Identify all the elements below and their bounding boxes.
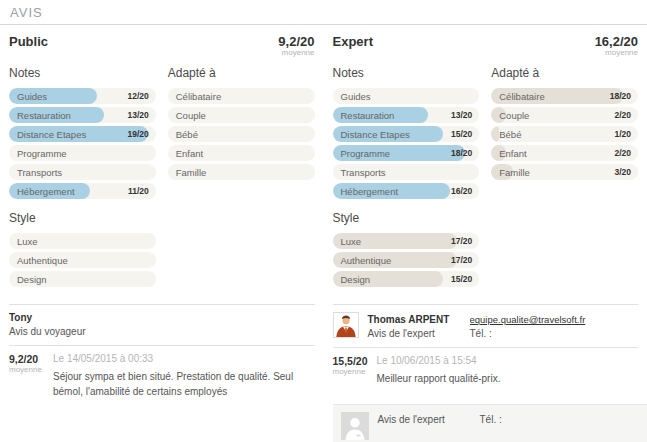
reviews-expert: Thomas ARPENTequipe.qualite@travelsoft.f…	[333, 304, 639, 442]
rating-bar-authentique: Authentique	[9, 252, 156, 268]
rating-bar-bebe: Bébé	[168, 126, 315, 142]
rating-bar-guides: Guides12/20	[9, 88, 156, 104]
rating-value: 17/20	[451, 255, 472, 265]
rating-sections-expert: NotesGuidesRestauration13/20Distance Eta…	[333, 59, 639, 292]
reviewer-email-link[interactable]: equipe.qualite@travelsoft.fr	[470, 314, 639, 325]
rating-sections-public: NotesGuides12/20Restauration13/20Distanc…	[9, 59, 315, 292]
column-expert: Expert 16,2/20 moyenne NotesGuidesRestau…	[333, 25, 639, 442]
rating-label: Programme	[17, 148, 67, 159]
section-title: Notes	[333, 66, 480, 80]
section-style: StyleLuxeAuthentiqueDesign	[9, 204, 156, 290]
rating-label: Hébergement	[341, 186, 399, 197]
rating-bar-couple: Couple2/20	[491, 107, 638, 123]
phone-label: Tél. :	[470, 328, 639, 339]
review-average-caption: moyenne	[333, 367, 377, 376]
rating-label: Design	[17, 274, 47, 285]
rating-label: Bébé	[176, 129, 198, 140]
review-info: Avis de l'expertTél. :	[378, 412, 639, 425]
rating-bar-programme: Programme	[9, 145, 156, 161]
review-average-score: 15,5/20	[333, 355, 377, 367]
section-notes: NotesGuides12/20Restauration13/20Distanc…	[9, 59, 156, 202]
rating-label: Enfant	[176, 148, 203, 159]
column-title: Public	[9, 34, 48, 49]
review-content: Le 14/05/2015 à 00:33Séjour sympa et bie…	[53, 353, 315, 399]
rating-bar-programme: Programme18/20	[333, 145, 480, 161]
review-body: 9,2/20moyenneLe 14/05/2015 à 00:33Séjour…	[9, 345, 315, 408]
rating-bar-bebe: Bébé1/20	[491, 126, 638, 142]
review: Thomas ARPENTequipe.qualite@travelsoft.f…	[333, 304, 639, 395]
rating-bar-celibataire: Célibataire	[168, 88, 315, 104]
rating-bar-authentique: Authentique17/20	[333, 252, 480, 268]
review-text: Séjour sympa et bien situé. Prestation d…	[53, 369, 315, 399]
rating-bar-fill	[491, 126, 498, 142]
avis-page: AVIS Public 9,2/20 moyenne NotesGuides12…	[0, 0, 647, 442]
review-type-label: Avis de l'expert	[378, 414, 464, 425]
section-adapte-a: Adapté àCélibataire18/20Couple2/20Bébé1/…	[491, 59, 638, 202]
rating-bar-restauration: Restauration13/20	[9, 107, 156, 123]
rating-bar-distance-etapes: Distance Etapes19/20	[9, 126, 156, 142]
rating-label: Programme	[341, 148, 391, 159]
rating-label: Transports	[341, 167, 386, 178]
review-date: Le 10/06/2015 à 15:54	[377, 355, 639, 366]
rating-value: 13/20	[127, 110, 148, 120]
rating-value: 11/20	[128, 186, 149, 196]
average-caption: moyenne	[278, 48, 314, 57]
section-title: Style	[333, 211, 480, 225]
rating-label: Luxe	[341, 236, 362, 247]
rating-label: Distance Etapes	[341, 129, 410, 140]
section-adapte-a: Adapté àCélibataireCoupleBébéEnfantFamil…	[168, 59, 315, 202]
rating-bar-restauration: Restauration13/20	[333, 107, 480, 123]
rating-bar-luxe: Luxe	[9, 233, 156, 249]
rating-bar-design: Design15/20	[333, 271, 480, 287]
rating-label: Hébergement	[17, 186, 75, 197]
rating-bar-hebergement: Hébergement11/20	[9, 183, 156, 199]
review-content: Le 10/06/2015 à 15:54Meilleur rapport qu…	[377, 355, 639, 386]
rating-bar-luxe: Luxe17/20	[333, 233, 480, 249]
rating-label: Design	[341, 274, 371, 285]
rating-value: 15/20	[451, 274, 472, 284]
reviews-public: TonyAvis du voyageur9,2/20moyenneLe 14/0…	[9, 304, 315, 408]
rating-value: 3/20	[614, 167, 631, 177]
rating-bar-guides: Guides	[333, 88, 480, 104]
rating-label: Bébé	[499, 129, 521, 140]
rating-value: 2/20	[614, 110, 631, 120]
section-title: Notes	[9, 66, 156, 80]
review-type-label: Avis de l'expert	[368, 328, 454, 339]
review-info: Thomas ARPENTequipe.qualite@travelsoft.f…	[368, 312, 639, 339]
rating-bar-enfant: Enfant2/20	[491, 145, 638, 161]
column-public-header: Public 9,2/20 moyenne	[9, 34, 315, 57]
rating-value: 19/20	[127, 129, 148, 139]
rating-value: 12/20	[127, 91, 148, 101]
rating-label: Célibataire	[176, 91, 221, 102]
average-caption: moyenne	[595, 48, 638, 57]
rating-bar-transports: Transports	[9, 164, 156, 180]
rating-bar-transports: Transports	[333, 164, 480, 180]
review-header: TonyAvis du voyageur	[9, 305, 315, 345]
rating-value: 18/20	[451, 148, 472, 158]
section-style: StyleLuxe17/20Authentique17/20Design15/2…	[333, 204, 480, 290]
review-info: TonyAvis du voyageur	[9, 312, 315, 337]
rating-bar-celibataire: Célibataire18/20	[491, 88, 638, 104]
average-score: 16,2/20	[595, 34, 638, 49]
review-body: 15,5/20moyenneLe 10/06/2015 à 15:54Meill…	[333, 347, 639, 395]
column-title: Expert	[333, 34, 373, 49]
page-title: AVIS	[0, 0, 647, 25]
review: Avis de l'expertTél. :16,8/20moyenneLe 2…	[333, 404, 647, 442]
column-public: Public 9,2/20 moyenne NotesGuides12/20Re…	[9, 25, 315, 442]
review-average-caption: moyenne	[9, 365, 53, 374]
rating-label: Distance Etapes	[17, 129, 86, 140]
phone-label: Tél. :	[480, 414, 639, 425]
review-columns: Public 9,2/20 moyenne NotesGuides12/20Re…	[0, 25, 647, 442]
review-header: Thomas ARPENTequipe.qualite@travelsoft.f…	[333, 305, 639, 347]
section-title: Adapté à	[168, 66, 315, 80]
rating-value: 16/20	[451, 186, 472, 196]
review: TonyAvis du voyageur9,2/20moyenneLe 14/0…	[9, 304, 315, 408]
rating-bar-famille: Famille3/20	[491, 164, 638, 180]
reviewer-name: Thomas ARPENT	[368, 314, 454, 325]
rating-value: 15/20	[451, 129, 472, 139]
rating-bar-famille: Famille	[168, 164, 315, 180]
rating-value: 17/20	[451, 236, 472, 246]
section-title: Adapté à	[491, 66, 638, 80]
column-average: 16,2/20 moyenne	[595, 34, 638, 57]
rating-bar-design: Design	[9, 271, 156, 287]
